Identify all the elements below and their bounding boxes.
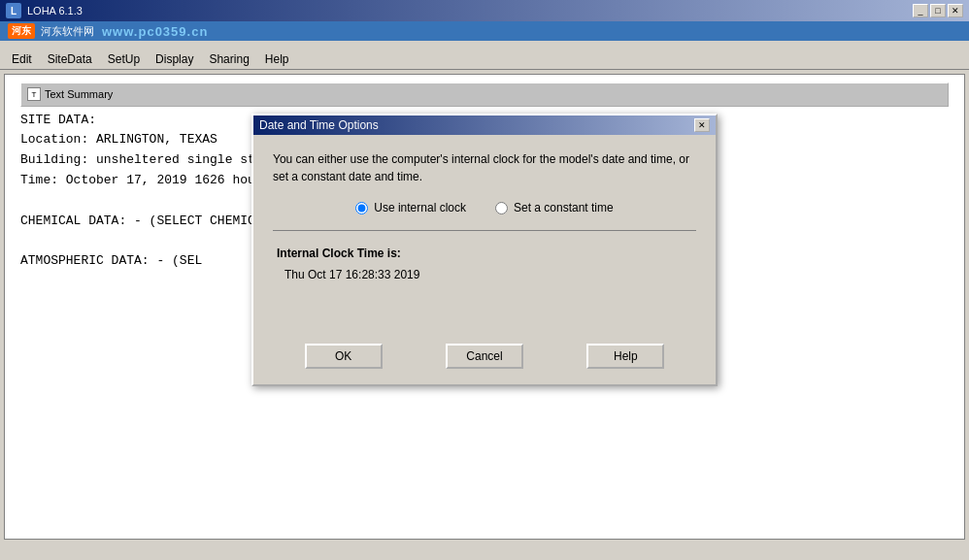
clock-section: Internal Clock Time is: Thu Oct 17 16:28… — [273, 247, 696, 281]
ok-button[interactable]: OK — [305, 344, 383, 369]
radio-internal-label: Use internal clock — [374, 201, 466, 214]
clock-label: Internal Clock Time is: — [277, 247, 692, 260]
dialog-divider — [273, 230, 696, 231]
title-bar: L LOHA 6.1.3 _ □ ✕ — [0, 0, 969, 21]
main-content: T Text Summary SITE DATA: Location: ARLI… — [4, 74, 965, 540]
watermark-url: www.pc0359.cn — [102, 24, 208, 39]
menu-display[interactable]: Display — [148, 50, 201, 68]
minimize-button[interactable]: _ — [913, 4, 928, 17]
watermark-sitename: 河东软件网 — [41, 24, 94, 39]
dialog-buttons: OK Cancel Help — [253, 336, 716, 384]
maximize-button[interactable]: □ — [930, 4, 946, 17]
cancel-button[interactable]: Cancel — [446, 344, 523, 369]
radio-constant-label: Set a constant time — [514, 201, 614, 214]
dialog-title: Date and Time Options — [259, 118, 379, 132]
dialog-description: You can either use the computer's intern… — [273, 150, 696, 185]
menu-sharing[interactable]: Sharing — [201, 50, 256, 68]
menu-edit[interactable]: Edit — [4, 50, 40, 68]
app-icon: L — [6, 3, 21, 18]
clock-time: Thu Oct 17 16:28:33 2019 — [284, 268, 692, 281]
radio-constant-input[interactable] — [495, 202, 508, 214]
dialog-close-button[interactable]: ✕ — [694, 118, 710, 132]
radio-constant-option[interactable]: Set a constant time — [495, 201, 614, 214]
close-button[interactable]: ✕ — [948, 4, 963, 17]
radio-group: Use internal clock Set a constant time — [273, 201, 696, 214]
watermark-logo: 河东 — [8, 23, 35, 39]
date-time-dialog: Date and Time Options ✕ You can either u… — [251, 114, 718, 386]
menu-sitedata[interactable]: SiteData — [40, 50, 100, 68]
radio-internal-option[interactable]: Use internal clock — [355, 201, 466, 214]
dialog-content: You can either use the computer's intern… — [253, 135, 716, 336]
app-title: LOHA 6.1.3 — [27, 5, 913, 16]
title-bar-buttons: _ □ ✕ — [913, 4, 963, 17]
menu-bar: Edit SiteData SetUp Display Sharing Help — [0, 49, 969, 70]
watermark: 河东 河东软件网 www.pc0359.cn — [0, 21, 969, 41]
dialog-overlay: Date and Time Options ✕ You can either u… — [5, 75, 964, 539]
help-button[interactable]: Help — [586, 344, 664, 369]
radio-internal-input[interactable] — [355, 202, 368, 214]
dialog-title-bar: Date and Time Options ✕ — [253, 115, 716, 135]
menu-help[interactable]: Help — [257, 50, 297, 68]
menu-setup[interactable]: SetUp — [100, 50, 148, 68]
